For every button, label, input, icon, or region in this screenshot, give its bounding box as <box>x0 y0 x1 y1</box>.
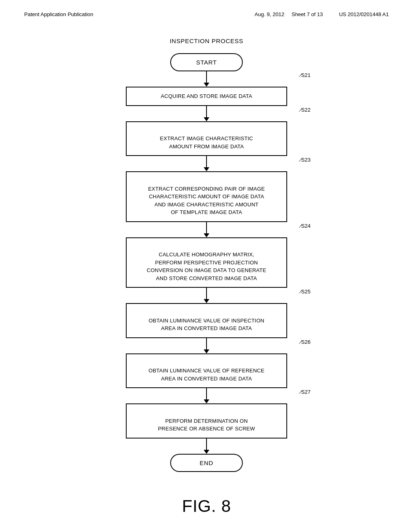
arrow-to-s27: ∕S27 <box>126 388 287 403</box>
end-node: END <box>170 454 243 472</box>
arrow-to-s21: ∕S21 <box>126 71 287 87</box>
node-s25: OBTAIN LUMINANCE VALUE OF INSPECTION ARE… <box>126 303 287 338</box>
step-label-s26: ∕S26 <box>300 339 311 345</box>
step-label-s24: ∕S24 <box>300 223 311 229</box>
page-container: Patent Application Publication Aug. 9, 2… <box>0 0 413 532</box>
node-s23: EXTRACT CORRESPONDING PAIR OF IMAGE CHAR… <box>126 171 287 222</box>
arrow-to-s26: ∕S26 <box>126 338 287 353</box>
header-right: Aug. 9, 2012 Sheet 7 of 13 US 2012/02014… <box>254 11 389 17</box>
node-s24: CALCULATE HOMOGRAPHY MATRIX, PERFORM PER… <box>126 237 287 288</box>
arrow-to-s25: ∕S25 <box>126 288 287 303</box>
arrow-to-s23: ∕S23 <box>126 156 287 171</box>
step-label-s25: ∕S25 <box>300 289 311 295</box>
step-label-s22: ∕S22 <box>300 107 311 113</box>
arrow-to-end <box>126 438 287 454</box>
node-s27: PERFORM DETERMINATION ON PRESENCE OR ABS… <box>126 403 287 438</box>
step-label-s27: ∕S27 <box>300 389 311 395</box>
arrow-to-s24: ∕S24 <box>126 222 287 237</box>
start-node: START <box>170 53 243 71</box>
page-header: Patent Application Publication Aug. 9, 2… <box>0 0 413 17</box>
flowchart-title: INSPECTION PROCESS <box>170 37 244 44</box>
arrow-to-s22: ∕S22 <box>126 106 287 121</box>
node-s22: EXTRACT IMAGE CHARACTERISTIC AMOUNT FROM… <box>126 121 287 156</box>
figure-label: FIG. 8 <box>182 497 231 516</box>
header-patent-number: US 2012/0201448 A1 <box>339 11 389 17</box>
step-label-s21: ∕S21 <box>300 72 311 78</box>
step-label-s23: ∕S23 <box>300 157 311 163</box>
node-s26: OBTAIN LUMINANCE VALUE OF REFERENCE AREA… <box>126 353 287 389</box>
header-date: Aug. 9, 2012 Sheet 7 of 13 <box>254 11 323 17</box>
flow-wrapper: START ∕S21 ACQUIRE AND STORE IMAGE DATA … <box>126 53 287 472</box>
header-publication-label: Patent Application Publication <box>24 11 93 17</box>
flowchart-area: INSPECTION PROCESS START ∕S21 ACQUIRE AN… <box>0 17 413 472</box>
node-s21: ACQUIRE AND STORE IMAGE DATA <box>126 87 287 106</box>
